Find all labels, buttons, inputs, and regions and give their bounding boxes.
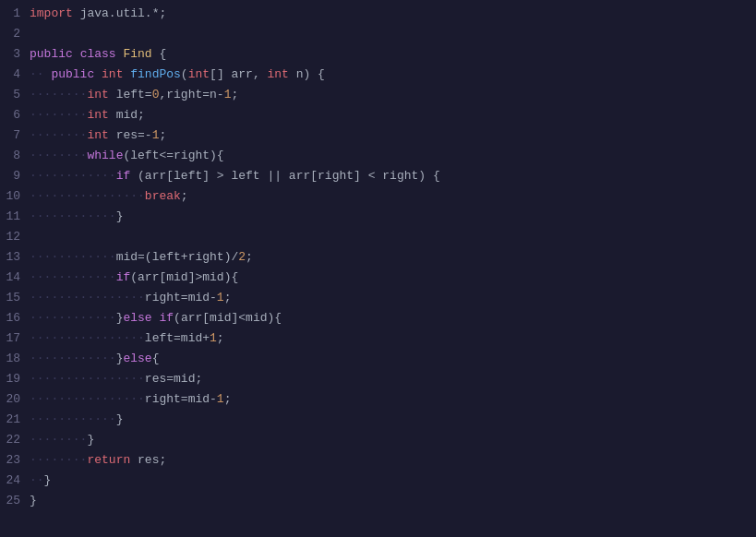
line-number: 17 <box>0 328 30 349</box>
line-content: ········} <box>30 430 756 450</box>
line-content: ········int left=0,right=n-1; <box>30 85 756 105</box>
code-line: 3public class Find { <box>0 44 756 65</box>
line-content: ············} <box>30 410 756 430</box>
code-line: 24··} <box>0 471 756 491</box>
line-content: ············if(arr[mid]>mid){ <box>30 268 756 288</box>
code-line: 18············}else{ <box>0 349 756 369</box>
line-number: 4 <box>0 65 30 85</box>
code-line: 21············} <box>0 410 756 430</box>
line-number: 14 <box>0 268 30 288</box>
code-line: 16············}else if(arr[mid]<mid){ <box>0 308 756 328</box>
code-line: 7········int res=-1; <box>0 125 756 146</box>
line-number: 9 <box>0 166 30 186</box>
line-number: 8 <box>0 146 30 166</box>
code-line: 1import java.util.*; <box>0 4 756 24</box>
line-number: 25 <box>0 491 30 511</box>
line-content: public class Find { <box>30 44 756 65</box>
line-content: ················right=mid-1; <box>30 389 756 410</box>
line-content: ··} <box>30 471 756 491</box>
line-content: ········int res=-1; <box>30 125 756 146</box>
line-content: ············} <box>30 207 756 227</box>
line-content: ·· public int findPos(int[] arr, int n) … <box>30 65 756 85</box>
code-line: 14············if(arr[mid]>mid){ <box>0 268 756 288</box>
code-line: 19················res=mid; <box>0 369 756 389</box>
line-number: 24 <box>0 471 30 491</box>
line-content: ········return res; <box>30 450 756 471</box>
code-line: 4·· public int findPos(int[] arr, int n)… <box>0 65 756 85</box>
line-number: 1 <box>0 4 30 24</box>
code-line: 13············mid=(left+right)/2; <box>0 247 756 268</box>
code-line: 23········return res; <box>0 450 756 471</box>
line-number: 7 <box>0 125 30 146</box>
line-content: ········while(left<=right){ <box>30 146 756 166</box>
line-number: 3 <box>0 44 30 65</box>
line-number: 13 <box>0 247 30 268</box>
code-line: 6········int mid; <box>0 105 756 125</box>
line-number: 5 <box>0 85 30 105</box>
line-content: ········int mid; <box>30 105 756 125</box>
code-line: 22········} <box>0 430 756 450</box>
code-line: 25} <box>0 491 756 511</box>
line-number: 11 <box>0 207 30 227</box>
code-line: 12 <box>0 227 756 247</box>
code-line: 17················left=mid+1; <box>0 328 756 349</box>
line-number: 16 <box>0 308 30 328</box>
line-number: 2 <box>0 24 30 44</box>
line-content: ················right=mid-1; <box>30 288 756 308</box>
line-number: 10 <box>0 186 30 207</box>
line-content: ················break; <box>30 186 756 207</box>
code-line: 9············if (arr[left] > left || arr… <box>0 166 756 186</box>
line-number: 15 <box>0 288 30 308</box>
line-number: 23 <box>0 450 30 471</box>
code-line: 5········int left=0,right=n-1; <box>0 85 756 105</box>
code-line: 8········while(left<=right){ <box>0 146 756 166</box>
code-line: 20················right=mid-1; <box>0 389 756 410</box>
line-number: 20 <box>0 389 30 410</box>
line-content: ················res=mid; <box>30 369 756 389</box>
code-line: 15················right=mid-1; <box>0 288 756 308</box>
line-number: 12 <box>0 227 30 247</box>
line-number: 22 <box>0 430 30 450</box>
line-content: } <box>30 491 756 511</box>
line-content: ············}else if(arr[mid]<mid){ <box>30 308 756 328</box>
code-line: 2 <box>0 24 756 44</box>
line-number: 21 <box>0 410 30 430</box>
line-content: ············if (arr[left] > left || arr[… <box>30 166 756 186</box>
code-editor: 1import java.util.*;23public class Find … <box>0 0 756 537</box>
line-number: 18 <box>0 349 30 369</box>
code-line: 11············} <box>0 207 756 227</box>
line-content: import java.util.*; <box>30 4 756 24</box>
line-content: ············mid=(left+right)/2; <box>30 247 756 268</box>
code-line: 10················break; <box>0 186 756 207</box>
line-number: 6 <box>0 105 30 125</box>
line-content: ················left=mid+1; <box>30 328 756 349</box>
line-number: 19 <box>0 369 30 389</box>
line-content: ············}else{ <box>30 349 756 369</box>
